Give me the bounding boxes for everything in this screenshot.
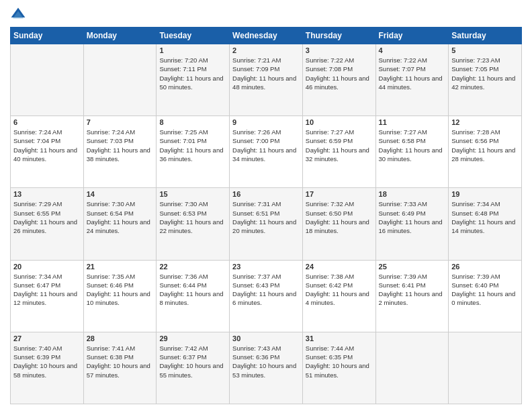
- calendar-cell: 8Sunrise: 7:25 AM Sunset: 7:01 PM Daylig…: [157, 116, 230, 188]
- day-number: 25: [379, 263, 446, 271]
- calendar-cell: 14Sunrise: 7:30 AM Sunset: 6:54 PM Dayli…: [83, 188, 157, 260]
- day-header-thursday: Thursday: [302, 28, 375, 44]
- calendar-cell: 4Sunrise: 7:22 AM Sunset: 7:07 PM Daylig…: [375, 44, 449, 116]
- calendar-cell: 9Sunrise: 7:26 AM Sunset: 7:00 PM Daylig…: [230, 116, 303, 188]
- day-info: Sunrise: 7:22 AM Sunset: 7:07 PM Dayligh…: [379, 56, 446, 91]
- day-info: Sunrise: 7:24 AM Sunset: 7:03 PM Dayligh…: [87, 128, 154, 163]
- logo: [10, 7, 29, 23]
- calendar-cell: 27Sunrise: 7:40 AM Sunset: 6:39 PM Dayli…: [11, 332, 84, 404]
- day-number: 14: [87, 190, 154, 198]
- day-info: Sunrise: 7:27 AM Sunset: 6:59 PM Dayligh…: [306, 128, 373, 163]
- calendar-cell: 26Sunrise: 7:39 AM Sunset: 6:40 PM Dayli…: [449, 260, 522, 332]
- day-number: 7: [87, 118, 154, 126]
- day-number: 19: [451, 190, 519, 198]
- day-number: 16: [232, 190, 300, 198]
- day-number: 10: [306, 118, 373, 126]
- calendar-cell: 1Sunrise: 7:20 AM Sunset: 7:11 PM Daylig…: [157, 44, 230, 116]
- calendar-cell: [375, 332, 449, 404]
- day-number: 29: [159, 334, 226, 342]
- day-info: Sunrise: 7:26 AM Sunset: 7:00 PM Dayligh…: [232, 128, 300, 163]
- calendar-cell: [83, 44, 157, 116]
- day-info: Sunrise: 7:29 AM Sunset: 6:55 PM Dayligh…: [13, 199, 81, 235]
- day-header-monday: Monday: [83, 28, 157, 44]
- header: [10, 7, 522, 23]
- day-number: 21: [87, 263, 154, 271]
- calendar-cell: 19Sunrise: 7:34 AM Sunset: 6:48 PM Dayli…: [449, 188, 522, 260]
- day-info: Sunrise: 7:37 AM Sunset: 6:43 PM Dayligh…: [232, 272, 300, 308]
- day-number: 28: [87, 334, 154, 342]
- day-info: Sunrise: 7:31 AM Sunset: 6:51 PM Dayligh…: [232, 199, 300, 235]
- calendar-cell: 17Sunrise: 7:32 AM Sunset: 6:50 PM Dayli…: [302, 188, 375, 260]
- day-number: 17: [306, 190, 373, 198]
- calendar-cell: 22Sunrise: 7:36 AM Sunset: 6:44 PM Dayli…: [157, 260, 230, 332]
- day-number: 3: [306, 46, 373, 54]
- calendar-week-2: 6Sunrise: 7:24 AM Sunset: 7:04 PM Daylig…: [11, 116, 522, 188]
- day-info: Sunrise: 7:38 AM Sunset: 6:42 PM Dayligh…: [306, 272, 373, 308]
- calendar-cell: 11Sunrise: 7:27 AM Sunset: 6:58 PM Dayli…: [375, 116, 449, 188]
- day-info: Sunrise: 7:32 AM Sunset: 6:50 PM Dayligh…: [306, 199, 373, 235]
- day-number: 31: [306, 334, 373, 342]
- day-number: 20: [13, 263, 81, 271]
- calendar-cell: 30Sunrise: 7:43 AM Sunset: 6:36 PM Dayli…: [230, 332, 303, 404]
- calendar-cell: 21Sunrise: 7:35 AM Sunset: 6:46 PM Dayli…: [83, 260, 157, 332]
- calendar-cell: 20Sunrise: 7:34 AM Sunset: 6:47 PM Dayli…: [11, 260, 84, 332]
- day-header-wednesday: Wednesday: [230, 28, 303, 44]
- calendar-cell: 23Sunrise: 7:37 AM Sunset: 6:43 PM Dayli…: [230, 260, 303, 332]
- day-info: Sunrise: 7:21 AM Sunset: 7:09 PM Dayligh…: [232, 56, 300, 91]
- day-number: 23: [232, 263, 300, 271]
- calendar-cell: 16Sunrise: 7:31 AM Sunset: 6:51 PM Dayli…: [230, 188, 303, 260]
- day-info: Sunrise: 7:42 AM Sunset: 6:37 PM Dayligh…: [159, 344, 226, 379]
- day-info: Sunrise: 7:39 AM Sunset: 6:41 PM Dayligh…: [379, 272, 446, 308]
- day-header-tuesday: Tuesday: [157, 28, 230, 44]
- calendar-cell: 10Sunrise: 7:27 AM Sunset: 6:59 PM Dayli…: [302, 116, 375, 188]
- calendar-cell: [11, 44, 84, 116]
- day-header-sunday: Sunday: [11, 28, 84, 44]
- day-info: Sunrise: 7:34 AM Sunset: 6:48 PM Dayligh…: [451, 199, 519, 235]
- calendar-cell: 25Sunrise: 7:39 AM Sunset: 6:41 PM Dayli…: [375, 260, 449, 332]
- day-info: Sunrise: 7:27 AM Sunset: 6:58 PM Dayligh…: [379, 128, 446, 163]
- day-number: 18: [379, 190, 446, 198]
- day-number: 4: [379, 46, 446, 54]
- calendar-cell: 2Sunrise: 7:21 AM Sunset: 7:09 PM Daylig…: [230, 44, 303, 116]
- day-info: Sunrise: 7:25 AM Sunset: 7:01 PM Dayligh…: [159, 128, 226, 163]
- calendar-cell: 13Sunrise: 7:29 AM Sunset: 6:55 PM Dayli…: [11, 188, 84, 260]
- day-info: Sunrise: 7:39 AM Sunset: 6:40 PM Dayligh…: [451, 272, 519, 308]
- day-info: Sunrise: 7:36 AM Sunset: 6:44 PM Dayligh…: [159, 272, 226, 308]
- calendar-cell: 5Sunrise: 7:23 AM Sunset: 7:05 PM Daylig…: [449, 44, 522, 116]
- calendar-table: SundayMondayTuesdayWednesdayThursdayFrid…: [10, 27, 522, 404]
- calendar-cell: 3Sunrise: 7:22 AM Sunset: 7:08 PM Daylig…: [302, 44, 375, 116]
- calendar-week-5: 27Sunrise: 7:40 AM Sunset: 6:39 PM Dayli…: [11, 332, 522, 404]
- day-number: 2: [232, 46, 300, 54]
- calendar-cell: 24Sunrise: 7:38 AM Sunset: 6:42 PM Dayli…: [302, 260, 375, 332]
- day-number: 30: [232, 334, 300, 342]
- day-info: Sunrise: 7:34 AM Sunset: 6:47 PM Dayligh…: [13, 272, 81, 308]
- day-info: Sunrise: 7:28 AM Sunset: 6:56 PM Dayligh…: [451, 128, 519, 163]
- calendar-cell: 31Sunrise: 7:44 AM Sunset: 6:35 PM Dayli…: [302, 332, 375, 404]
- day-number: 8: [159, 118, 226, 126]
- calendar-cell: 29Sunrise: 7:42 AM Sunset: 6:37 PM Dayli…: [157, 332, 230, 404]
- calendar-cell: 12Sunrise: 7:28 AM Sunset: 6:56 PM Dayli…: [449, 116, 522, 188]
- page: SundayMondayTuesdayWednesdayThursdayFrid…: [0, 0, 532, 411]
- calendar-week-4: 20Sunrise: 7:34 AM Sunset: 6:47 PM Dayli…: [11, 260, 522, 332]
- day-number: 9: [232, 118, 300, 126]
- day-info: Sunrise: 7:44 AM Sunset: 6:35 PM Dayligh…: [306, 344, 373, 379]
- day-number: 1: [159, 46, 226, 54]
- calendar-cell: [449, 332, 522, 404]
- day-info: Sunrise: 7:40 AM Sunset: 6:39 PM Dayligh…: [13, 344, 81, 379]
- day-info: Sunrise: 7:43 AM Sunset: 6:36 PM Dayligh…: [232, 344, 300, 379]
- day-number: 5: [451, 46, 519, 54]
- day-number: 11: [379, 118, 446, 126]
- day-number: 13: [13, 190, 81, 198]
- day-info: Sunrise: 7:24 AM Sunset: 7:04 PM Dayligh…: [13, 128, 81, 163]
- day-number: 15: [159, 190, 226, 198]
- calendar-header-row: SundayMondayTuesdayWednesdayThursdayFrid…: [11, 28, 522, 44]
- day-info: Sunrise: 7:20 AM Sunset: 7:11 PM Dayligh…: [159, 56, 226, 91]
- day-header-saturday: Saturday: [449, 28, 522, 44]
- calendar-week-1: 1Sunrise: 7:20 AM Sunset: 7:11 PM Daylig…: [11, 44, 522, 116]
- day-info: Sunrise: 7:22 AM Sunset: 7:08 PM Dayligh…: [306, 56, 373, 91]
- day-number: 24: [306, 263, 373, 271]
- day-info: Sunrise: 7:33 AM Sunset: 6:49 PM Dayligh…: [379, 199, 446, 235]
- calendar-cell: 6Sunrise: 7:24 AM Sunset: 7:04 PM Daylig…: [11, 116, 84, 188]
- day-number: 27: [13, 334, 81, 342]
- calendar-cell: 15Sunrise: 7:30 AM Sunset: 6:53 PM Dayli…: [157, 188, 230, 260]
